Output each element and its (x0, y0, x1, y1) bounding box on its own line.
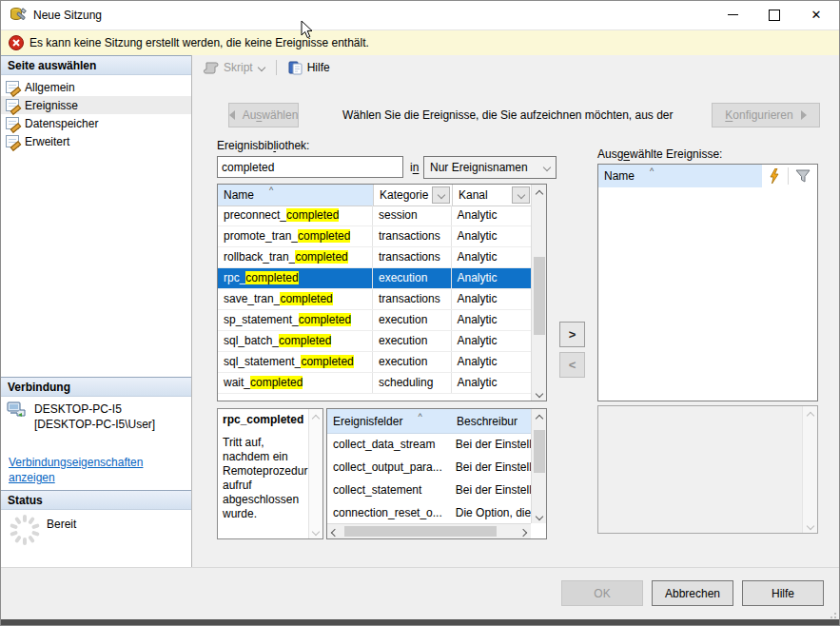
page-edit-icon (6, 81, 19, 93)
configure-button[interactable]: Konfigurieren (712, 103, 820, 127)
in-label: in (410, 161, 419, 174)
scrollbar-thumb[interactable] (344, 526, 497, 537)
column-header-kategorie[interactable]: Kategorie (374, 185, 453, 205)
scrollbar-thumb[interactable] (534, 430, 545, 473)
table-row[interactable]: promote_tran_completedtransactionsAnalyt… (218, 226, 531, 247)
ok-button[interactable]: OK (561, 580, 643, 606)
spinner-icon (9, 514, 41, 546)
close-button[interactable]: ✕ (795, 1, 837, 29)
instruction-text: Wählen Sie die Ereignisse, die Sie aufze… (342, 108, 674, 122)
table-row[interactable]: connection_reset_o...Die Option, die z (327, 501, 531, 523)
header-separator (788, 167, 789, 185)
resize-grip[interactable] (829, 611, 836, 618)
kanal-filter-button[interactable] (512, 186, 530, 204)
maximize-button[interactable] (753, 1, 795, 29)
scroll-down-icon[interactable] (537, 390, 542, 396)
column-header-name[interactable]: Name^ (218, 185, 374, 205)
select-button[interactable]: Auswählen (228, 103, 299, 127)
field-name-cell: connection_reset_o... (327, 501, 450, 523)
table-row[interactable]: collect_statementBei der Einstellu (327, 479, 531, 501)
fields-vertical-scrollbar[interactable] (531, 409, 546, 523)
scrollbar-thumb[interactable] (534, 257, 545, 335)
field-desc-cell: Die Option, die z (450, 501, 531, 523)
table-row[interactable]: collect_output_para...Bei der Einstellu (327, 456, 531, 479)
search-match-highlight: completed (245, 271, 298, 284)
event-kategorie-cell: execution (373, 352, 452, 372)
column-header-name[interactable]: Name^ (598, 165, 762, 187)
table-row[interactable]: save_tran_completedtransactionsAnalytic (218, 289, 531, 310)
event-table-scrollbar[interactable] (531, 185, 546, 401)
table-row[interactable]: sql_batch_completedexecutionAnalytic (218, 331, 531, 352)
event-kategorie-cell: execution (373, 268, 452, 288)
field-name-cell: collect_output_para... (327, 456, 450, 479)
scroll-up-icon[interactable] (537, 415, 542, 421)
event-kategorie-cell: transactions (373, 247, 452, 267)
column-header-ereignisfelder[interactable]: Ereignisfelder^ (327, 409, 451, 433)
description-line: nachdem ein (223, 450, 306, 464)
select-button-label: Auswählen (243, 108, 299, 122)
event-description-text: Tritt auf,nachdem einRemoteprozeduraufru… (223, 436, 306, 521)
close-icon: ✕ (811, 9, 822, 21)
sort-asc-icon: ^ (650, 166, 654, 176)
sidebar-item-ereignisse[interactable]: Ereignisse (1, 96, 191, 114)
fields-table-header: Ereignisfelder^ Beschreibung (327, 409, 546, 434)
help-button[interactable]: Hilfe (742, 580, 824, 606)
scroll-left-icon[interactable] (332, 529, 338, 535)
minimize-icon (728, 14, 738, 15)
event-name-cell: sql_statement_completed (218, 352, 373, 372)
event-fields-table: Ereignisfelder^ Beschreibung collect_dat… (326, 408, 547, 539)
page-edit-icon (6, 135, 19, 147)
description-scrollbar[interactable] (308, 409, 322, 538)
filter-funnel-icon[interactable] (795, 169, 811, 184)
description-line: wurde. (223, 507, 306, 521)
event-name-cell: wait_completed (218, 373, 373, 393)
column-header-kanal[interactable]: Kanal (453, 185, 533, 205)
scroll-right-icon[interactable] (520, 529, 526, 535)
help-toolbar-button[interactable]: Hilfe (284, 59, 334, 77)
lightning-icon[interactable] (769, 168, 780, 184)
add-event-button[interactable]: > (559, 322, 585, 347)
minimize-button[interactable] (712, 1, 753, 29)
sidebar-item-allgemein[interactable]: Allgemein (1, 78, 191, 96)
table-row[interactable]: rollback_tran_completedtransactionsAnaly… (218, 247, 531, 268)
event-name-cell: preconnect_completed (218, 205, 373, 225)
description-scrollbar[interactable] (802, 406, 817, 533)
scroll-down-icon[interactable] (537, 513, 542, 518)
scroll-up-icon[interactable] (313, 415, 319, 421)
column-header-beschreibung[interactable]: Beschreibung (451, 409, 518, 433)
event-kanal-cell: Analytic (452, 310, 532, 330)
scroll-up-icon[interactable] (537, 190, 542, 196)
scroll-up-icon[interactable] (808, 412, 813, 418)
fields-horizontal-scrollbar[interactable] (327, 523, 531, 538)
field-name-cell: collect_statement (327, 479, 450, 501)
event-search-input[interactable] (217, 156, 403, 178)
table-row[interactable]: sp_statement_completedexecutionAnalytic (218, 310, 531, 331)
table-row[interactable]: wait_completedschedulingAnalytic (218, 373, 531, 394)
dialog-footer: OK Abbrechen Hilfe (1, 567, 839, 621)
maximize-icon (769, 10, 780, 21)
event-name-prefix: sql_batch_ (224, 334, 279, 347)
search-match-highlight: completed (280, 292, 332, 305)
table-row[interactable]: preconnect_completedsessionAnalytic (218, 205, 531, 226)
table-row[interactable]: sql_statement_completedexecutionAnalytic (218, 352, 531, 373)
scroll-down-icon[interactable] (313, 528, 319, 534)
table-row[interactable]: collect_data_streamBei der Einstellu (327, 433, 531, 456)
sidebar-item-datenspeicher[interactable]: Datenspeicher (1, 114, 191, 132)
event-name-cell: promote_tran_completed (218, 226, 373, 246)
cancel-button[interactable]: Abbrechen (652, 580, 733, 606)
field-desc-cell: Bei der Einstellu (450, 433, 531, 456)
event-name-prefix: wait_ (224, 376, 250, 389)
event-kategorie-cell: transactions (373, 289, 452, 309)
table-row[interactable]: rpc_completedexecutionAnalytic (218, 268, 531, 289)
connection-properties-link[interactable]: Verbindungseigenschaften anzeigen (9, 455, 175, 485)
search-scope-dropdown[interactable]: Nur Ereignisnamen (423, 156, 557, 179)
scroll-down-icon[interactable] (808, 522, 813, 528)
connection-info: DESKTOP-PC-I5 [DESKTOP-PC-I5\User] (7, 401, 155, 432)
fields-table-rows: collect_data_streamBei der Einstellucoll… (327, 433, 531, 523)
remove-event-button[interactable]: < (559, 352, 585, 378)
sidebar-item-erweitert[interactable]: Erweitert (1, 132, 191, 150)
status-value: Bereit (47, 518, 76, 531)
kategorie-filter-button[interactable] (432, 186, 450, 204)
script-button[interactable]: Skript (200, 59, 268, 76)
selected-events-header: Name^ (598, 165, 817, 187)
